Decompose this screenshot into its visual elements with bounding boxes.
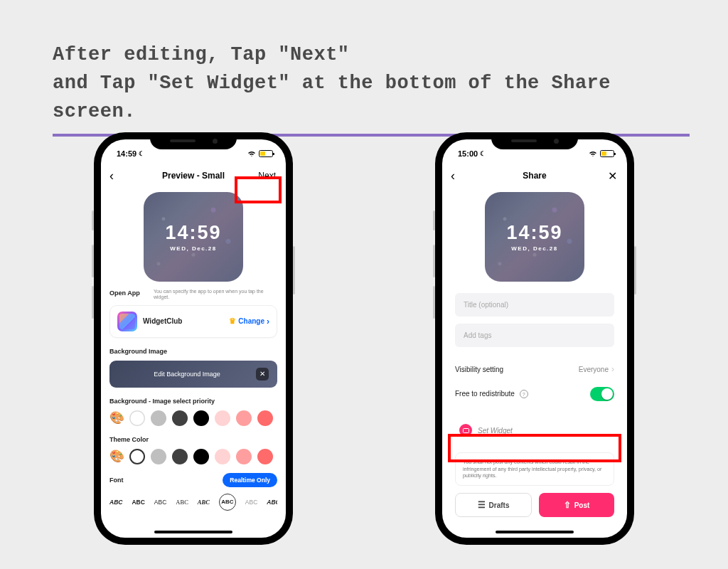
- font-option[interactable]: ABC: [267, 499, 277, 506]
- phone-share: 15:00☾ ‹ Share ✕ 14:59 WED, Dec.28 Title…: [435, 132, 634, 545]
- palette-icon[interactable]: 🎨: [109, 411, 124, 425]
- next-button[interactable]: Next: [258, 171, 276, 181]
- wifi-icon: [247, 151, 256, 157]
- palette-icon[interactable]: 🎨: [109, 450, 124, 464]
- post-button[interactable]: ⇧ Post: [539, 493, 614, 517]
- swatch[interactable]: [151, 449, 166, 464]
- swatch[interactable]: [257, 449, 273, 464]
- widget-date: WED, Dec.28: [170, 245, 216, 252]
- legal-notice: You shall not post any contents which co…: [455, 452, 614, 486]
- swatch[interactable]: [236, 449, 252, 464]
- info-icon[interactable]: ?: [520, 390, 528, 398]
- drafts-button[interactable]: ☰ Drafts: [455, 493, 532, 517]
- font-option[interactable]: ABC: [132, 499, 144, 506]
- realtime-only-button[interactable]: Realtime Only: [223, 473, 277, 487]
- set-widget-button[interactable]: Set Widget: [455, 417, 614, 444]
- nav-title: Preview - Small: [162, 171, 225, 181]
- edit-bg-button[interactable]: Edit Background Image ✕: [109, 361, 277, 388]
- swatch[interactable]: [193, 410, 209, 426]
- close-icon[interactable]: ✕: [608, 169, 617, 183]
- swatch[interactable]: [172, 410, 188, 426]
- swatch[interactable]: [215, 410, 230, 426]
- theme-color-label: Theme Color: [109, 436, 277, 443]
- bg-priority-swatches: 🎨: [109, 410, 277, 426]
- back-chevron-icon[interactable]: ‹: [451, 169, 455, 184]
- visibility-value[interactable]: Everyone ›: [579, 364, 614, 374]
- open-app-label: Open App: [109, 289, 149, 297]
- nav-bar: ‹ Share ✕: [442, 165, 627, 186]
- status-time: 15:00: [458, 149, 478, 158]
- font-option[interactable]: ABC: [154, 499, 166, 506]
- tags-input[interactable]: Add tags: [455, 324, 614, 347]
- font-option[interactable]: ABC: [198, 499, 210, 506]
- font-option-selected[interactable]: ABC: [219, 494, 236, 511]
- swatch[interactable]: [257, 410, 273, 426]
- swatch[interactable]: [193, 449, 209, 464]
- chevron-right-icon: ›: [267, 317, 269, 326]
- bg-image-label: Background Image: [109, 348, 277, 355]
- swatch[interactable]: [151, 410, 166, 426]
- font-option[interactable]: ABC: [109, 499, 122, 506]
- swatch[interactable]: [172, 449, 188, 464]
- swatch-selected[interactable]: [129, 449, 145, 464]
- nav-title: Share: [523, 171, 546, 181]
- status-time: 14:59: [117, 149, 136, 158]
- battery-icon: [259, 150, 273, 157]
- bg-priority-label: Background - Image select priority: [109, 398, 277, 405]
- nav-bar: ‹ Preview - Small Next: [101, 165, 286, 186]
- change-app-button[interactable]: ♛ Change ›: [229, 317, 269, 326]
- font-option[interactable]: ABC: [245, 499, 257, 506]
- widget-time: 14:59: [506, 222, 562, 244]
- home-indicator: [496, 531, 574, 533]
- dnd-moon-icon: ☾: [139, 150, 144, 157]
- open-app-sub: You can specify the app to open when you…: [154, 289, 277, 301]
- drafts-icon: ☰: [478, 500, 486, 510]
- back-chevron-icon[interactable]: ‹: [109, 169, 114, 184]
- home-indicator: [154, 531, 232, 533]
- redistribute-label: Free to redistribute ?: [455, 390, 528, 399]
- theme-color-swatches: 🎨: [109, 449, 277, 464]
- widget-square-icon: [459, 424, 472, 437]
- dnd-moon-icon: ☾: [480, 150, 486, 157]
- instruction-heading: After editing, Tap "Next" and Tap "Set W…: [53, 41, 690, 137]
- font-option[interactable]: ABC: [176, 499, 188, 506]
- title-input[interactable]: Title (optional): [455, 293, 614, 317]
- swatch[interactable]: [129, 410, 145, 426]
- crown-icon: ♛: [229, 317, 236, 326]
- phone-preview: 14:59☾ ‹ Preview - Small Next 14:59 WED,…: [94, 132, 293, 545]
- app-icon: [117, 312, 137, 331]
- font-label: Font: [109, 477, 223, 484]
- widget-preview: 14:59 WED, Dec.28: [144, 192, 243, 282]
- clear-bg-icon[interactable]: ✕: [256, 368, 269, 381]
- swatch[interactable]: [236, 410, 252, 426]
- swatch[interactable]: [215, 449, 230, 464]
- post-icon: ⇧: [564, 500, 571, 510]
- visibility-label: Visibility setting: [455, 366, 503, 373]
- chevron-right-icon: ›: [611, 364, 614, 374]
- widget-preview: 14:59 WED, Dec.28: [485, 192, 584, 282]
- open-app-name: WidgetClub: [143, 317, 223, 325]
- widget-time: 14:59: [165, 222, 221, 244]
- wifi-icon: [589, 151, 597, 157]
- widget-date: WED, Dec.28: [511, 245, 557, 252]
- redistribute-toggle[interactable]: [590, 387, 614, 401]
- open-app-card[interactable]: WidgetClub ♛ Change ›: [109, 305, 277, 338]
- battery-icon: [600, 150, 614, 157]
- font-options: ABC ABC ABC ABC ABC ABC ABC ABC: [109, 494, 277, 511]
- heading-line2: and Tap "Set Widget" at the bottom of th…: [53, 73, 611, 122]
- heading-line1: After editing, Tap "Next": [53, 44, 350, 65]
